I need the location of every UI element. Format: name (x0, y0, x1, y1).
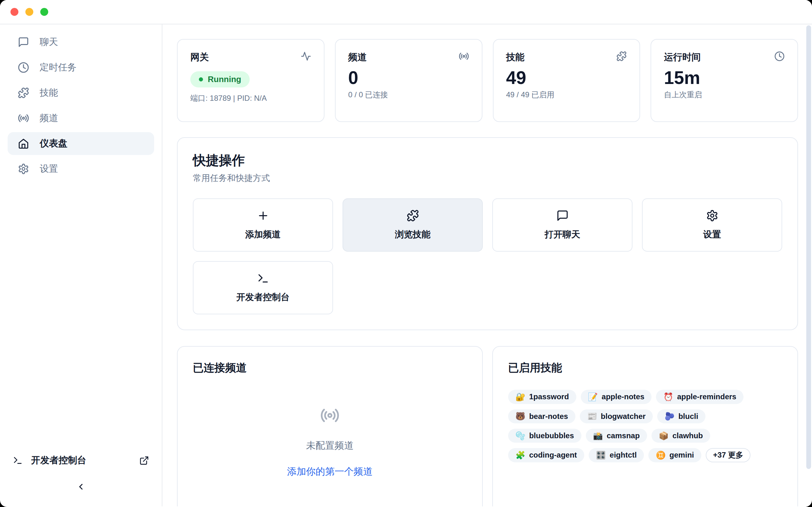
skill-name: clawhub (672, 432, 703, 440)
title-bar (0, 0, 812, 24)
dev-console-label: 开发者控制台 (31, 454, 86, 467)
skill-name: 1password (529, 393, 569, 401)
stats-row: 网关 Running 端口: 18789 | PID: N/A 频道 0 (177, 39, 798, 122)
channels-empty-state: 未配置频道 添加你的第一个频道 (193, 406, 467, 478)
skill-pill[interactable]: 📦 clawhub (652, 429, 710, 443)
quick-action-label: 添加频道 (245, 228, 281, 240)
skill-name: coding-agent (529, 451, 577, 459)
terminal-icon (13, 455, 23, 465)
dev-console-button[interactable]: 开发者控制台 (193, 261, 333, 314)
skill-pill[interactable]: 📸 camsnap (586, 429, 647, 443)
stat-subtext: 端口: 18789 | PID: N/A (190, 93, 311, 103)
stat-subtext: 0 / 0 已连接 (348, 90, 469, 100)
plus-icon (257, 210, 269, 222)
quick-actions-grid: 添加频道 浏览技能 打开聊天 设置 (193, 199, 782, 251)
chevron-left-icon (76, 482, 86, 492)
stat-title: 技能 (506, 51, 525, 64)
status-dot-icon (199, 77, 203, 81)
window-controls (10, 8, 48, 16)
skill-pill[interactable]: 🧩 coding-agent (508, 448, 584, 462)
sidebar-item-scheduled-tasks[interactable]: 定时任务 (8, 56, 154, 79)
stat-value: 49 (506, 67, 627, 89)
scrollbar-thumb[interactable] (806, 25, 811, 469)
radio-icon (18, 112, 29, 124)
skill-pill[interactable]: 🫐 blucli (657, 409, 705, 424)
gear-icon (18, 163, 29, 175)
stat-title: 运行时间 (664, 51, 701, 64)
open-chat-button[interactable]: 打开聊天 (492, 199, 632, 251)
skill-emoji-icon: 🐻 (515, 412, 525, 420)
skill-pill[interactable]: ♊️ gemini (648, 448, 701, 462)
collapse-sidebar-button[interactable] (0, 471, 162, 503)
status-badge-label: Running (208, 74, 241, 84)
sidebar-item-settings[interactable]: 设置 (8, 158, 154, 180)
skill-pill[interactable]: 🎛️ eightctl (589, 448, 644, 462)
sidebar-item-label: 定时任务 (40, 61, 77, 74)
browse-skills-button[interactable]: 浏览技能 (343, 199, 483, 251)
sidebar-item-label: 设置 (40, 163, 58, 175)
stat-value: 0 (348, 67, 469, 89)
quick-actions-subtitle: 常用任务和快捷方式 (193, 172, 782, 184)
sidebar-item-label: 仪表盘 (40, 137, 67, 150)
stat-card-gateway: 网关 Running 端口: 18789 | PID: N/A (177, 39, 324, 122)
connected-channels-panel: 已连接频道 未配置频道 添加你的第一个频道 (177, 346, 483, 506)
quick-action-label: 打开聊天 (545, 228, 580, 240)
stat-card-channels: 频道 0 0 / 0 已连接 (335, 39, 483, 122)
external-link-icon (139, 456, 149, 465)
skill-emoji-icon: 🎛️ (596, 451, 606, 459)
dev-console-footer-button[interactable]: 开发者控制台 (13, 450, 149, 471)
quick-actions-card: 快捷操作 常用任务和快捷方式 添加频道 浏览技能 打开聊天 (177, 137, 798, 330)
activity-icon (301, 51, 311, 61)
skill-emoji-icon: 🧩 (515, 451, 525, 459)
skill-emoji-icon: ⏰ (663, 393, 673, 401)
skill-pill[interactable]: 🔐 1password (508, 390, 576, 404)
chat-bubble-icon (18, 37, 29, 48)
skill-name: gemini (670, 451, 694, 459)
add-channel-button[interactable]: 添加频道 (193, 199, 333, 251)
sidebar: 聊天 定时任务 技能 频道 仪表盘 (0, 24, 162, 506)
skill-name: blucli (678, 412, 699, 420)
stat-card-uptime: 运行时间 15m 自上次重启 (651, 39, 798, 122)
skill-name: eightctl (610, 451, 637, 459)
add-first-channel-link[interactable]: 添加你的第一个频道 (285, 465, 374, 478)
skill-pill[interactable]: 📰 blogwatcher (580, 409, 653, 424)
quick-action-label: 浏览技能 (395, 228, 430, 240)
enabled-skills-panel: 已启用技能 🔐 1password 📝 apple-notes ⏰ appl (492, 346, 798, 506)
sidebar-item-skills[interactable]: 技能 (8, 81, 154, 104)
sidebar-item-label: 聊天 (40, 36, 58, 49)
stat-card-skills: 技能 49 49 / 49 已启用 (493, 39, 641, 122)
skill-name: camsnap (607, 432, 640, 440)
skill-pill[interactable]: 🫧 bluebubbles (508, 429, 581, 443)
empty-state-text: 未配置频道 (306, 439, 354, 452)
skill-emoji-icon: 🔐 (515, 393, 525, 401)
quick-actions-grid-row2: 开发者控制台 (193, 261, 782, 314)
minimize-button[interactable] (26, 8, 33, 16)
settings-button[interactable]: 设置 (642, 199, 782, 251)
more-skills-button[interactable]: +37 更多 (706, 448, 751, 462)
sidebar-item-channels[interactable]: 频道 (8, 107, 154, 130)
sidebar-item-chat[interactable]: 聊天 (8, 31, 154, 54)
quick-action-label: 开发者控制台 (236, 291, 290, 303)
zoom-button[interactable] (40, 8, 48, 16)
skill-pill[interactable]: ⏰ apple-reminders (656, 390, 744, 404)
sidebar-footer: 开发者控制台 (0, 450, 162, 506)
skill-pill[interactable]: 📝 apple-notes (581, 390, 652, 404)
close-button[interactable] (10, 8, 18, 16)
clock-icon (18, 62, 29, 73)
skill-emoji-icon: 📰 (587, 412, 597, 420)
sidebar-nav: 聊天 定时任务 技能 频道 仪表盘 (0, 24, 162, 183)
chat-bubble-icon (556, 210, 569, 222)
sidebar-item-dashboard[interactable]: 仪表盘 (8, 132, 154, 155)
stat-title: 频道 (348, 51, 367, 64)
puzzle-icon (407, 210, 419, 222)
skill-name: apple-reminders (677, 393, 737, 401)
stat-card-header: 网关 (190, 51, 311, 64)
radio-icon (320, 406, 340, 425)
content-row: 聊天 定时任务 技能 频道 仪表盘 (0, 24, 812, 506)
terminal-icon (257, 272, 269, 285)
home-icon (18, 138, 29, 149)
app-window: 聊天 定时任务 技能 频道 仪表盘 (0, 0, 812, 507)
skill-pill[interactable]: 🐻 bear-notes (508, 409, 575, 424)
skill-name: blogwatcher (601, 412, 646, 420)
stat-title: 网关 (190, 51, 209, 64)
